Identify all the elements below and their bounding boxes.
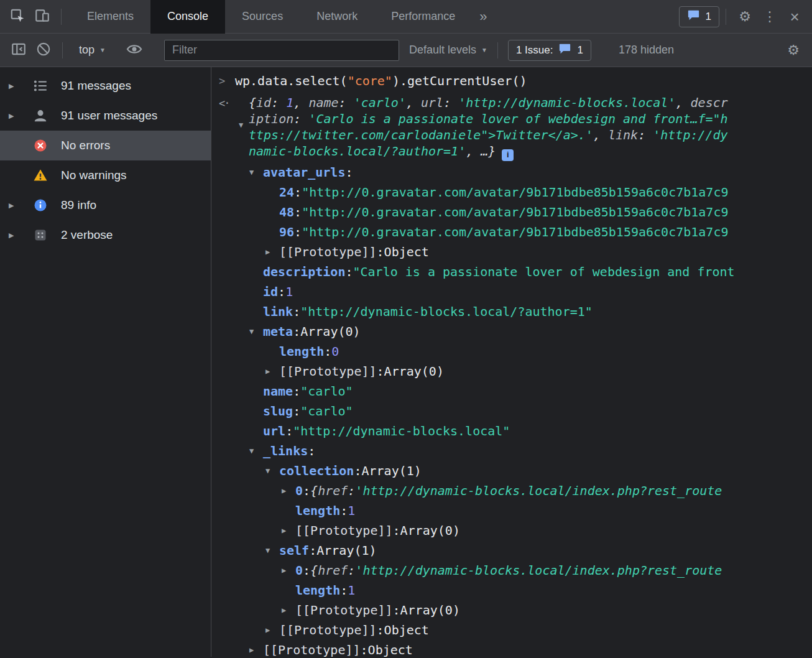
tree-row-collection[interactable]: ▼collection: Array(1) <box>211 461 812 481</box>
seg-pkey: id <box>256 95 271 110</box>
seg-key: url <box>263 424 285 438</box>
expand-icon[interactable]: ▶ <box>9 112 25 120</box>
seg-plain: : <box>293 324 300 339</box>
tab-sources[interactable]: Sources <box>225 0 300 34</box>
seg-pnum: 1 <box>286 95 293 110</box>
tab-elements[interactable]: Elements <box>70 0 150 34</box>
seg-pkey: href <box>318 563 348 578</box>
sidebar-item-info[interactable]: ▶89 info <box>0 190 211 220</box>
sidebar-item-user-messages[interactable]: ▶91 user messages <box>0 101 211 131</box>
tree-row-prototype[interactable]: ▶[[Prototype]]: Object <box>211 640 812 657</box>
live-expression-button[interactable] <box>122 38 147 63</box>
seg-plain: Array(0) <box>400 603 460 618</box>
collapse-icon[interactable]: ▼ <box>239 121 243 129</box>
context-selector[interactable]: top ▼ <box>79 44 106 57</box>
tree-row-prototype[interactable]: ▶[[Prototype]]: Array(0) <box>211 361 812 381</box>
tree-row-prototype[interactable]: ▶[[Prototype]]: Array(0) <box>211 521 812 540</box>
tree-row-self[interactable]: ▼self: Array(1) <box>211 540 812 560</box>
tree-row-id: id: 1 <box>211 282 812 302</box>
clear-console-icon <box>35 41 52 60</box>
kebab-menu-icon: ⋮ <box>763 10 777 24</box>
chevron-down-icon: ▼ <box>481 47 487 53</box>
seg-pplain: , <box>406 95 421 110</box>
console-panel: ▶91 messages▶91 user messagesNo errorsNo… <box>0 67 812 657</box>
tree-row-0[interactable]: ▶0: {href: 'http://dynamic-blocks.local/… <box>211 560 812 580</box>
sidebar-item-errors[interactable]: No errors <box>0 131 211 160</box>
tree-row-prototype[interactable]: ▶[[Prototype]]: Object <box>211 242 812 262</box>
seg-plain: : <box>354 463 361 478</box>
user-icon <box>32 108 48 124</box>
seg-plain: : <box>377 623 384 637</box>
seg-str: "http://0.gravatar.com/avatar/9b171bdbe8… <box>302 225 728 239</box>
expand-icon[interactable]: ▶ <box>282 606 295 614</box>
expand-icon[interactable]: ▶ <box>282 566 295 575</box>
clear-console-button[interactable] <box>31 38 56 63</box>
seg-key: length <box>295 583 340 598</box>
seg-plain: : <box>293 304 300 319</box>
more-tabs-icon[interactable]: » <box>479 9 487 25</box>
tab-performance[interactable]: Performance <box>374 0 472 34</box>
expand-icon[interactable]: ▶ <box>9 231 25 239</box>
seg-plain: : <box>294 185 302 200</box>
tree-row-meta[interactable]: ▼meta: Array(0) <box>211 322 812 341</box>
expand-icon[interactable]: ▶ <box>282 526 295 535</box>
tree-row-0[interactable]: ▶0: {href: 'http://dynamic-blocks.local/… <box>211 481 812 501</box>
seg-pplain: { <box>310 483 318 498</box>
seg-plain: : <box>340 583 348 598</box>
seg-key: 0 <box>295 483 303 498</box>
seg-key: link <box>263 304 293 319</box>
filter-input[interactable] <box>164 40 399 61</box>
divider <box>497 42 498 58</box>
seg-str: "carlo" <box>300 384 353 399</box>
warning-icon <box>32 167 48 183</box>
sidebar-item-messages[interactable]: ▶91 messages <box>0 71 211 101</box>
seg-pplain: : <box>271 95 286 110</box>
tree-row-prototype[interactable]: ▶[[Prototype]]: Object <box>211 620 812 640</box>
console-toolbar: top ▼ Default levels ▼ 1 Issue: 1 178 hi… <box>0 34 812 67</box>
seg-plain: wp.data.select( <box>235 73 348 88</box>
collapse-icon[interactable]: ▼ <box>265 466 279 475</box>
collapse-icon[interactable]: ▼ <box>249 168 263 177</box>
issues-counter[interactable]: 1 Issue: 1 <box>508 40 591 61</box>
collapse-icon[interactable]: ▼ <box>265 546 279 555</box>
sidebar-item-verbose[interactable]: ▶2 verbose <box>0 220 211 250</box>
console-tree: ▼avatar_urls: 24: "http://0.gravatar.com… <box>211 162 812 657</box>
settings-button[interactable]: ⚙ <box>732 4 757 29</box>
expand-icon[interactable]: ▶ <box>265 367 279 376</box>
prompt-icon: > <box>211 75 235 87</box>
seg-plain: : <box>345 165 353 180</box>
sidebar-item-warnings[interactable]: No warnings <box>0 160 211 190</box>
tree-row-prototype[interactable]: ▶[[Prototype]]: Array(0) <box>211 600 812 620</box>
tree-row-_links[interactable]: ▼_links: <box>211 441 812 461</box>
seg-str: "http://dynamic-blocks.local/?author=1" <box>300 304 593 319</box>
console-command: > wp.data.select("core").getCurrentUser(… <box>211 70 812 92</box>
expand-icon[interactable]: ▶ <box>249 646 263 654</box>
device-toolbar-button[interactable] <box>30 4 55 29</box>
expand-icon[interactable]: ▶ <box>9 82 25 90</box>
sidebar-item-label: No errors <box>61 139 110 152</box>
error-icon <box>32 137 48 154</box>
expand-icon[interactable]: ▶ <box>282 486 295 495</box>
console-settings-button[interactable]: ⚙ <box>781 38 806 63</box>
collapse-icon[interactable]: ▼ <box>249 327 263 336</box>
seg-plain: : <box>278 284 285 299</box>
log-levels-selector[interactable]: Default levels ▼ <box>409 44 487 57</box>
tab-console[interactable]: Console <box>150 0 225 34</box>
expand-icon[interactable]: ▶ <box>9 202 25 210</box>
seg-plain: : <box>303 483 310 498</box>
issues-button[interactable]: 1 <box>679 6 719 27</box>
menu-button[interactable]: ⋮ <box>757 4 782 29</box>
expand-icon[interactable]: ▶ <box>265 626 279 634</box>
collapse-icon[interactable]: ▼ <box>249 447 263 455</box>
chat-bubble-icon <box>687 9 700 24</box>
expand-icon[interactable]: ▶ <box>265 248 279 256</box>
seg-pkey: descr <box>691 95 728 110</box>
seg-plain: : <box>377 364 384 379</box>
console-sidebar: ▶91 messages▶91 user messagesNo errorsNo… <box>0 67 211 657</box>
tree-row-avatar_urls[interactable]: ▼avatar_urls: <box>211 162 812 182</box>
inspect-button[interactable] <box>5 4 30 29</box>
close-button[interactable]: × <box>782 4 807 29</box>
sidebar-toggle-button[interactable] <box>6 38 31 63</box>
tab-network[interactable]: Network <box>300 0 374 34</box>
seg-pkey: link <box>608 127 638 142</box>
